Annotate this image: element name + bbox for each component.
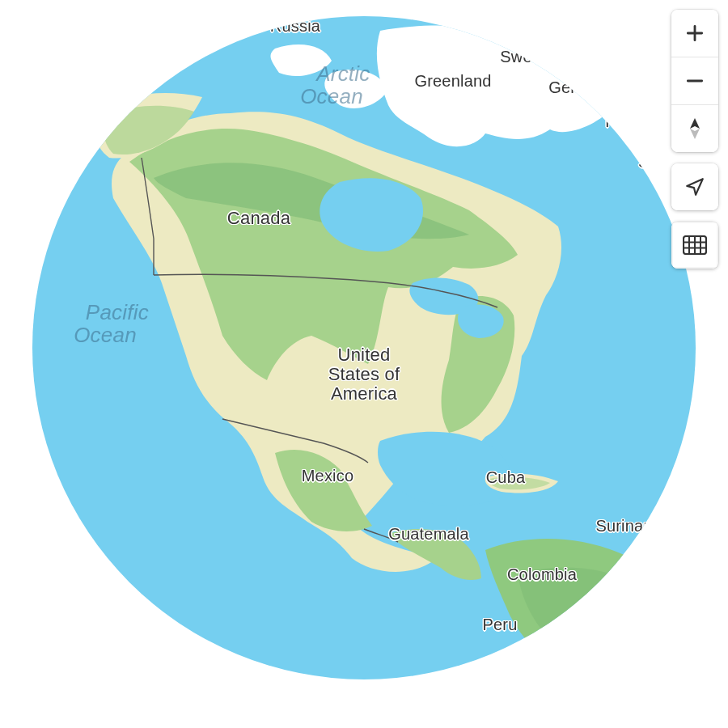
label-colombia: Colombia (507, 565, 577, 583)
locate-button[interactable] (671, 163, 718, 210)
minus-icon (684, 70, 705, 91)
label-mexico: Mexico (302, 467, 354, 485)
label-sweden: Sweden (500, 48, 559, 66)
label-peru: Peru (482, 616, 517, 633)
svg-marker-1 (690, 129, 700, 139)
label-france: France (605, 112, 656, 130)
label-russia: Russia (270, 17, 320, 35)
zoom-in-button[interactable] (671, 10, 718, 57)
grid-icon (683, 235, 707, 255)
graticule-button[interactable] (671, 222, 718, 269)
south-america-green (485, 539, 680, 675)
label-usa: United States of America (328, 345, 400, 404)
label-germany: Germany (548, 78, 616, 96)
locate-group (671, 163, 718, 210)
label-cuba: Cuba (486, 468, 526, 486)
svg-marker-0 (690, 118, 700, 129)
zoom-out-button[interactable] (671, 57, 718, 104)
label-guatemala: Guatemala (388, 525, 469, 543)
compass-button[interactable] (671, 104, 718, 152)
label-brazil: Brazil (610, 569, 651, 587)
label-suriname: Suriname (595, 517, 666, 535)
label-pacific-ocean: PacificOcean (61, 277, 149, 370)
plus-icon (684, 23, 705, 44)
locate-icon (684, 176, 705, 197)
label-greenland: Greenland (414, 72, 491, 90)
zoom-compass-group (671, 10, 718, 152)
compass-icon (685, 116, 705, 141)
globe-map[interactable]: ArcticOcean PacificOcean Russia Sweden G… (32, 16, 696, 679)
graticule-group (671, 222, 718, 269)
label-arctic-ocean: ArcticOcean (294, 39, 370, 131)
map-controls (671, 10, 718, 269)
label-canada: Canada (227, 209, 290, 228)
